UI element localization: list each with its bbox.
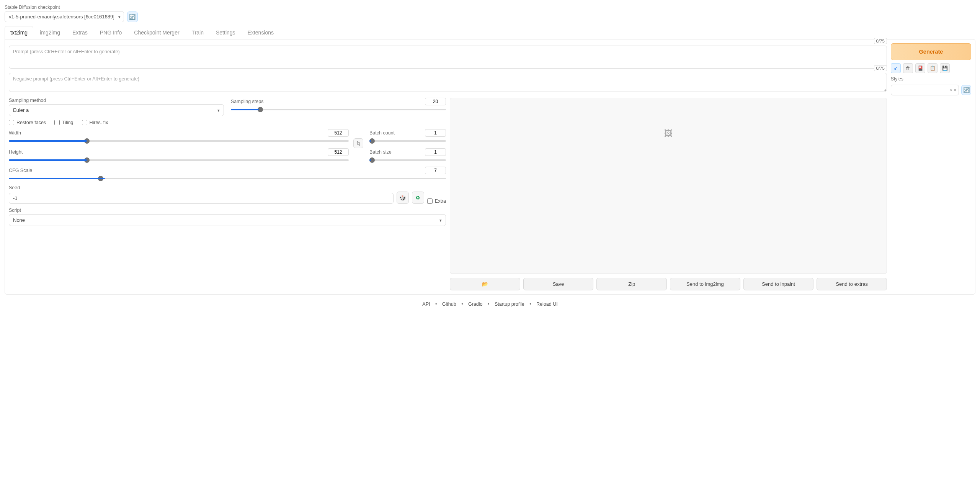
clear-styles-icon[interactable]: × xyxy=(950,88,952,92)
height-input[interactable] xyxy=(328,148,349,156)
zip-button[interactable]: Zip xyxy=(596,278,667,290)
dice-icon: 🎲 xyxy=(399,195,406,201)
refresh-icon: 🔄 xyxy=(963,87,970,93)
tab-train[interactable]: Train xyxy=(186,26,209,39)
send-inpaint-button[interactable]: Send to inpaint xyxy=(743,278,814,290)
folder-icon: 📂 xyxy=(482,281,488,287)
swap-icon: ⇅ xyxy=(356,141,361,146)
width-slider[interactable] xyxy=(9,140,349,142)
recycle-icon: ♻ xyxy=(415,195,420,201)
tab-settings[interactable]: Settings xyxy=(210,26,241,39)
neg-prompt-counter: 0/75 xyxy=(874,65,887,71)
refresh-styles-button[interactable]: 🔄 xyxy=(961,85,971,95)
tiling-check[interactable]: Tiling xyxy=(54,120,73,125)
seed-label: Seed xyxy=(9,185,446,190)
txt2img-panel: 0/75 0/75 Sampling method Euler a xyxy=(5,39,975,295)
save-icon: 💾 xyxy=(942,66,948,71)
output-preview: 🖼 xyxy=(450,98,887,274)
seed-input[interactable] xyxy=(9,193,394,204)
send-extras-button[interactable]: Send to extras xyxy=(817,278,887,290)
sampling-steps-input[interactable] xyxy=(425,98,446,105)
open-folder-button[interactable]: 📂 xyxy=(450,278,520,290)
generate-button[interactable]: Generate xyxy=(891,43,971,60)
footer-startup-link[interactable]: Startup profile xyxy=(495,301,524,307)
negative-prompt-input[interactable] xyxy=(9,73,887,92)
tab-pnginfo[interactable]: PNG Info xyxy=(94,26,128,39)
sampling-steps-slider[interactable] xyxy=(231,109,446,110)
prompt-counter: 0/75 xyxy=(874,38,887,44)
footer-api-link[interactable]: API xyxy=(422,301,430,307)
batch-count-input[interactable] xyxy=(425,129,446,137)
cfg-slider[interactable] xyxy=(9,178,446,179)
width-input[interactable] xyxy=(328,129,349,137)
controls-and-output: Sampling method Euler a Sampling steps xyxy=(9,98,887,290)
save-style-button[interactable]: 💾 xyxy=(940,63,950,73)
arrow-button[interactable]: ↙ xyxy=(891,63,901,73)
batch-count-label: Batch count xyxy=(369,130,395,136)
tab-txt2img[interactable]: txt2img xyxy=(5,26,33,39)
footer-github-link[interactable]: Github xyxy=(442,301,456,307)
script-dropdown[interactable]: None xyxy=(9,214,446,226)
save-button[interactable]: Save xyxy=(523,278,594,290)
swap-dimensions-button[interactable]: ⇅ xyxy=(353,138,363,148)
width-label: Width xyxy=(9,130,21,136)
refresh-checkpoint-button[interactable]: 🔄 xyxy=(127,11,138,22)
controls-column: Sampling method Euler a Sampling steps xyxy=(9,98,446,274)
footer: API • Github • Gradio • Startup profile … xyxy=(5,295,975,310)
styles-dropdown[interactable]: × ▾ xyxy=(891,85,959,95)
seed-extra-check[interactable]: Extra xyxy=(427,198,446,204)
palette-icon: 🎴 xyxy=(918,66,923,71)
batch-size-slider[interactable] xyxy=(369,159,446,161)
height-slider[interactable] xyxy=(9,159,349,161)
refresh-icon: 🔄 xyxy=(129,14,136,20)
sampling-steps-label: Sampling steps xyxy=(231,99,263,104)
seed-reuse-button[interactable]: ♻ xyxy=(412,192,424,204)
script-label: Script xyxy=(9,208,446,213)
right-column: Generate ↙ 🗑 🎴 📋 💾 Styles × ▾ 🔄 xyxy=(891,43,971,290)
cfg-label: CFG Scale xyxy=(9,168,32,173)
batch-size-input[interactable] xyxy=(425,148,446,156)
clipboard-button[interactable]: 📋 xyxy=(928,63,938,73)
send-img2img-button[interactable]: Send to img2img xyxy=(670,278,740,290)
checkpoint-label: Stable Diffusion checkpoint xyxy=(5,5,124,10)
batch-count-slider[interactable] xyxy=(369,140,446,142)
footer-reload-link[interactable]: Reload UI xyxy=(536,301,558,307)
sampling-method-dropdown[interactable]: Euler a xyxy=(9,104,224,116)
styles-preset-button[interactable]: 🎴 xyxy=(915,63,925,73)
checkpoint-dropdown[interactable]: v1-5-pruned-emaonly.safetensors [6ce0161… xyxy=(5,11,124,22)
clipboard-icon: 📋 xyxy=(930,66,936,71)
hires-fix-check[interactable]: Hires. fix xyxy=(82,120,108,125)
sampling-method-label: Sampling method xyxy=(9,98,224,103)
prompt-input[interactable] xyxy=(9,46,887,69)
tab-checkpoint-merger[interactable]: Checkpoint Merger xyxy=(128,26,185,39)
seed-random-button[interactable]: 🎲 xyxy=(397,192,409,204)
clear-button[interactable]: 🗑 xyxy=(903,63,913,73)
checkpoint-value: v1-5-pruned-emaonly.safetensors [6ce0161… xyxy=(9,14,114,20)
output-actions: 📂 Save Zip Send to img2img Send to inpai… xyxy=(450,278,887,290)
arrow-icon: ↙ xyxy=(894,66,898,71)
height-label: Height xyxy=(9,149,23,155)
image-placeholder-icon: 🖼 xyxy=(664,129,673,139)
checkpoint-row: Stable Diffusion checkpoint v1-5-pruned-… xyxy=(5,5,975,22)
styles-label: Styles xyxy=(891,76,971,82)
trash-icon: 🗑 xyxy=(906,66,910,71)
left-column: 0/75 0/75 Sampling method Euler a xyxy=(9,43,887,290)
chevron-down-icon: ▾ xyxy=(954,88,956,93)
tab-extensions[interactable]: Extensions xyxy=(242,26,279,39)
tab-img2img[interactable]: img2img xyxy=(34,26,66,39)
cfg-input[interactable] xyxy=(425,167,446,174)
tab-extras[interactable]: Extras xyxy=(67,26,93,39)
main-tabs: txt2img img2img Extras PNG Info Checkpoi… xyxy=(5,26,975,39)
footer-gradio-link[interactable]: Gradio xyxy=(468,301,483,307)
restore-faces-check[interactable]: Restore faces xyxy=(9,120,46,125)
batch-size-label: Batch size xyxy=(369,149,392,155)
